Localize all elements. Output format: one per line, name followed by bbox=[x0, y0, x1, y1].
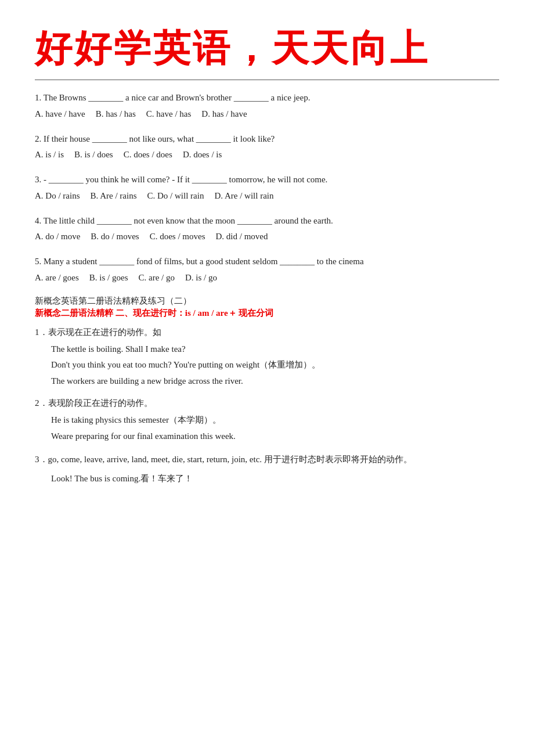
q3-option-b: B. Are / rains bbox=[91, 191, 137, 201]
q4-option-b: B. do / moves bbox=[91, 232, 139, 242]
q2-option-d: D. does / is bbox=[183, 150, 222, 160]
grammar-example-3-1: Look! The bus is coming.看！车来了！ bbox=[51, 471, 499, 487]
grammar-example-1-1: The kettle is boiling. Shall I make tea? bbox=[51, 341, 499, 358]
q5-option-a: A. are / goes bbox=[35, 273, 79, 283]
grammar-point-2: 2．表现阶段正在进行的动作。 He is taking physics this… bbox=[35, 398, 499, 445]
q4-option-a: A. do / move bbox=[35, 232, 80, 242]
q2-option-a: A. is / is bbox=[35, 150, 64, 160]
grammar-point-3-title: 3．go, come, leave, arrive, land, meet, d… bbox=[35, 452, 499, 467]
grammar-point-2-title: 2．表现阶段正在进行的动作。 bbox=[35, 398, 499, 409]
question-4-options: A. do / move B. do / moves C. does / mov… bbox=[35, 232, 499, 242]
q5-option-c: C. are / go bbox=[139, 273, 175, 283]
question-4: 4. The little child ________ not even kn… bbox=[35, 214, 499, 242]
grammar-point-3: 3．go, come, leave, arrive, land, meet, d… bbox=[35, 452, 499, 487]
grammar-example-1-2: Don't you think you eat too much? You're… bbox=[51, 357, 499, 373]
q5-option-d: D. is / go bbox=[185, 273, 217, 283]
grammar-point-1-title: 1．表示现在正在进行的动作。如 bbox=[35, 327, 499, 338]
question-3: 3. - ________ you think he will come? - … bbox=[35, 172, 499, 201]
q3-option-a: A. Do / rains bbox=[35, 191, 80, 201]
q1-option-d: D. has / have bbox=[201, 109, 247, 119]
question-2-text: 2. If their house ________ not like ours… bbox=[35, 132, 499, 147]
q1-option-a: A. have / have bbox=[35, 109, 85, 119]
q3-option-c: C. Do / will rain bbox=[147, 191, 204, 201]
question-1-options: A. have / have B. has / has C. have / ha… bbox=[35, 109, 499, 119]
question-5: 5. Many a student ________ fond of films… bbox=[35, 254, 499, 283]
grammar-title: 新概念二册语法精粹 二、现在进行时：is / am / are＋ 现在分词 bbox=[35, 308, 499, 319]
q2-option-b: B. is / does bbox=[74, 150, 113, 160]
q5-option-b: B. is / goes bbox=[89, 273, 128, 283]
question-2: 2. If their house ________ not like ours… bbox=[35, 132, 499, 160]
q1-option-b: B. has / has bbox=[96, 109, 136, 119]
q3-option-d: D. Are / will rain bbox=[214, 191, 273, 201]
question-5-options: A. are / goes B. is / goes C. are / go D… bbox=[35, 273, 499, 283]
question-4-text: 4. The little child ________ not even kn… bbox=[35, 214, 499, 229]
section-label: 新概念英语第二册语法精粹及练习（二） bbox=[35, 296, 499, 307]
grammar-example-2-1: He is taking physics this semester（本学期）。 bbox=[51, 412, 499, 429]
question-1: 1. The Browns ________ a nice car and Br… bbox=[35, 91, 499, 119]
q4-option-d: D. did / moved bbox=[216, 232, 268, 242]
divider bbox=[35, 80, 499, 80]
grammar-point-1: 1．表示现在正在进行的动作。如 The kettle is boiling. S… bbox=[35, 327, 499, 390]
grammar-example-2-2: Weare preparing for our final examinatio… bbox=[51, 429, 499, 445]
question-3-text: 3. - ________ you think he will come? - … bbox=[35, 172, 499, 188]
question-5-text: 5. Many a student ________ fond of films… bbox=[35, 254, 499, 269]
q2-option-c: C. does / does bbox=[124, 150, 172, 160]
question-1-text: 1. The Browns ________ a nice car and Br… bbox=[35, 91, 499, 106]
question-2-options: A. is / is B. is / does C. does / does D… bbox=[35, 150, 499, 160]
q4-option-c: C. does / moves bbox=[150, 232, 205, 242]
question-3-options: A. Do / rains B. Are / rains C. Do / wil… bbox=[35, 191, 499, 201]
q1-option-c: C. have / has bbox=[146, 109, 191, 119]
grammar-example-1-3: The workers are building a new bridge ac… bbox=[51, 373, 499, 390]
page-title: 好好学英语，天天向上 bbox=[35, 23, 499, 74]
